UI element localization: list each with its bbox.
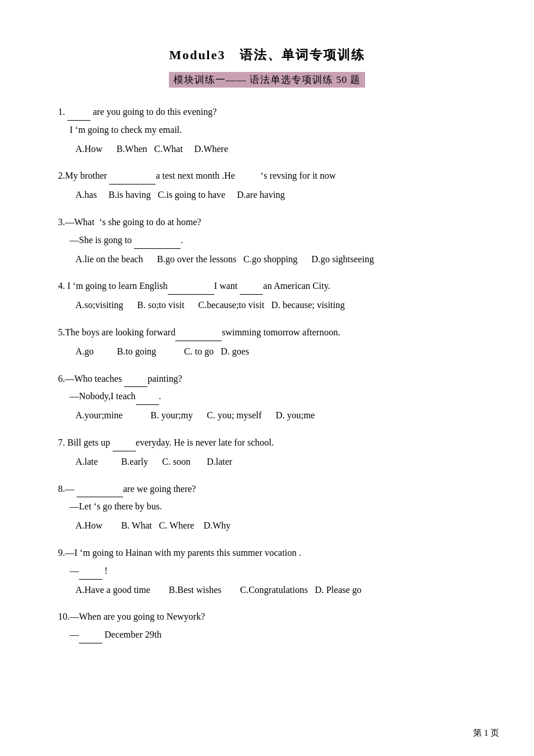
question-6: 6.—Who teaches painting? —Nobody,I teach… bbox=[58, 371, 476, 424]
q8-stem: 8.— are we going there? bbox=[58, 481, 476, 498]
question-3: 3.—What ‘s she going to do at home? —She… bbox=[58, 214, 476, 267]
q10-stem: 10.—When are you going to Newyork? bbox=[58, 609, 476, 625]
question-7: 7. Bill gets up everyday. He is never la… bbox=[58, 435, 476, 471]
q10-response: — December 29th bbox=[70, 627, 476, 643]
q6-response: —Nobody,I teach. bbox=[70, 388, 476, 405]
subtitle: 模块训练一—— 语法单选专项训练 50 题 bbox=[169, 72, 366, 88]
q2-stem: 2.My brother a test next month .He ‘s re… bbox=[58, 168, 476, 185]
q9-stem: 9.—I ‘m going to Hainan with my parents … bbox=[58, 545, 476, 562]
title-section: Module3 语法、单词专项训练 模块训练一—— 语法单选专项训练 50 题 bbox=[58, 46, 476, 88]
q5-options: A.go B.to going C. to go D. goes bbox=[75, 343, 476, 360]
question-4: 4. I ‘m going to learn EnglishI want an … bbox=[58, 278, 476, 314]
q9-options: A.Have a good time B.Best wishes C.Congr… bbox=[75, 582, 476, 599]
q6-options: A.your;mine B. your;my C. you; myself D.… bbox=[75, 407, 476, 424]
main-title: Module3 语法、单词专项训练 bbox=[58, 46, 476, 64]
q2-options: A.has B.is having C.is going to have D.a… bbox=[75, 187, 476, 204]
q6-stem: 6.—Who teaches painting? bbox=[58, 371, 476, 388]
q3-stem: 3.—What ‘s she going to do at home? bbox=[58, 214, 476, 231]
question-10: 10.—When are you going to Newyork? — Dec… bbox=[58, 609, 476, 643]
q3-response: —She is gong to . bbox=[70, 232, 476, 249]
q5-stem: 5.The boys are looking forwardswimming t… bbox=[58, 324, 476, 341]
q4-options: A.so;visiting B. so;to visit C.because;t… bbox=[75, 297, 476, 314]
q1-stem: 1. are you going to do this evening? bbox=[58, 104, 476, 121]
question-2: 2.My brother a test next month .He ‘s re… bbox=[58, 168, 476, 204]
module-label: Module3 bbox=[169, 48, 225, 62]
q7-options: A.late B.early C. soon D.later bbox=[75, 454, 476, 471]
q8-response: —Let ‘s go there by bus. bbox=[70, 498, 476, 515]
page-number: 第 1 页 bbox=[473, 728, 499, 739]
q4-stem: 4. I ‘m going to learn EnglishI want an … bbox=[58, 278, 476, 295]
q7-stem: 7. Bill gets up everyday. He is never la… bbox=[58, 435, 476, 451]
question-9: 9.—I ‘m going to Hainan with my parents … bbox=[58, 545, 476, 598]
question-8: 8.— are we going there? —Let ‘s go there… bbox=[58, 481, 476, 534]
q9-response: — ! bbox=[70, 563, 476, 580]
title-zh: 语法、单词专项训练 bbox=[240, 48, 365, 62]
q3-options: A.lie on the beach B.go over the lessons… bbox=[75, 251, 476, 268]
q8-options: A.How B. What C. Where D.Why bbox=[75, 518, 476, 534]
question-1: 1. are you going to do this evening? I ‘… bbox=[58, 104, 476, 157]
q1-response: I ‘m going to check my email. bbox=[70, 122, 476, 139]
question-5: 5.The boys are looking forwardswimming t… bbox=[58, 324, 476, 360]
q1-options: A.How B.When C.What D.Where bbox=[75, 141, 476, 158]
